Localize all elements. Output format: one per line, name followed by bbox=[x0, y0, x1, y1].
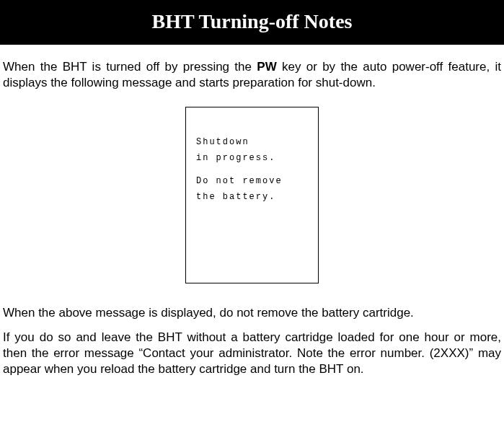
device-line-3: Do not remove bbox=[196, 177, 308, 185]
device-screen-container: Shutdown in progress. Do not remove the … bbox=[0, 94, 504, 298]
warning-paragraph-2: If you do so and leave the BHT without a… bbox=[0, 324, 504, 380]
pw-key-label: PW bbox=[257, 60, 276, 74]
device-message: Shutdown in progress. Do not remove the … bbox=[196, 118, 308, 201]
device-line-1: Shutdown bbox=[196, 138, 308, 146]
warning-paragraph-1: When the above message is displayed, do … bbox=[0, 298, 504, 324]
intro-paragraph: When the BHT is turned off by pressing t… bbox=[0, 45, 504, 94]
intro-text-before: When the BHT is turned off by pressing t… bbox=[3, 60, 257, 74]
device-line-2: in progress. bbox=[196, 154, 308, 162]
device-screen: Shutdown in progress. Do not remove the … bbox=[185, 107, 319, 283]
device-line-4: the battery. bbox=[196, 193, 308, 201]
page-title: BHT Turning-off Notes bbox=[0, 0, 504, 45]
